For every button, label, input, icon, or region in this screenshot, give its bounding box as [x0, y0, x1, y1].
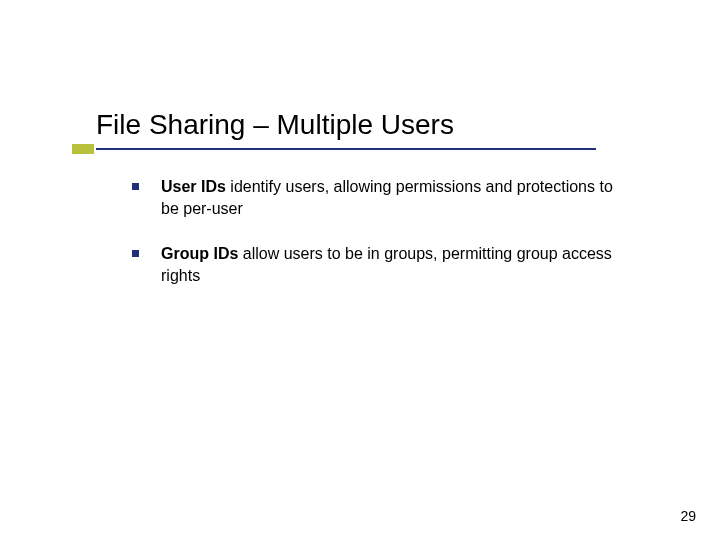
page-number: 29 [680, 508, 696, 524]
slide: File Sharing – Multiple Users User IDs i… [0, 0, 720, 540]
slide-title: File Sharing – Multiple Users [96, 108, 680, 142]
bullet-bold: User IDs [161, 178, 226, 195]
bullet-square-icon [132, 250, 139, 257]
bullet-list: User IDs identify users, allowing permis… [132, 176, 632, 310]
bullet-square-icon [132, 183, 139, 190]
bullet-text: Group IDs allow users to be in groups, p… [161, 243, 632, 286]
title-accent-block [72, 144, 94, 154]
list-item: Group IDs allow users to be in groups, p… [132, 243, 632, 286]
bullet-rest: identify users, allowing permissions and… [161, 178, 613, 217]
title-wrap: File Sharing – Multiple Users [96, 108, 680, 142]
bullet-text: User IDs identify users, allowing permis… [161, 176, 632, 219]
list-item: User IDs identify users, allowing permis… [132, 176, 632, 219]
bullet-bold: Group IDs [161, 245, 238, 262]
title-underline [96, 148, 596, 150]
